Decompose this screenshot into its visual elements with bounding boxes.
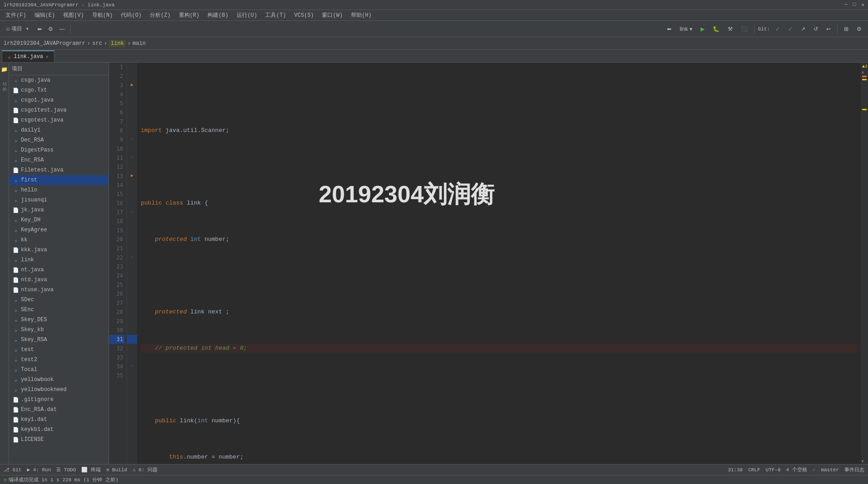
git-status[interactable]: ⎇ Git <box>4 467 21 473</box>
menu-navigate[interactable]: 导航(N) <box>89 10 117 20</box>
java-icon: ☕ <box>13 177 19 183</box>
git-tick-btn[interactable]: ✓ <box>785 23 795 35</box>
sidebar-item-filetest-java[interactable]: 📄 Filetest.java <box>9 165 108 175</box>
sidebar-item-kkk-java[interactable]: 📄 kkk.java <box>9 245 108 255</box>
sidebar-item-csgo-java[interactable]: ☕ csgo.java <box>9 75 108 85</box>
sidebar-item-csgo1-java[interactable]: ☕ csgo1.java <box>9 95 108 105</box>
problems-status[interactable]: ⚠ 6: 问题 <box>133 466 158 473</box>
maximize-btn[interactable]: □ <box>853 2 856 8</box>
sidebar-item-csgotest-java[interactable]: 📄 csgotest.java <box>9 115 108 125</box>
tab-close-btn[interactable]: ✕ <box>46 54 49 59</box>
sidebar-item-sdec[interactable]: ☕ SDec <box>9 295 108 305</box>
todo-status[interactable]: ☰ TODO <box>56 467 76 473</box>
java-icon: ☕ <box>13 257 19 263</box>
sidebar-item-csgo-txt[interactable]: 📄 csgo.Txt <box>9 85 108 95</box>
sidebar-item-digestpass[interactable]: ☕ DigestPass <box>9 145 108 155</box>
run-status[interactable]: ▶ 4: Run <box>27 467 51 473</box>
menu-edit[interactable]: 编辑(E) <box>31 10 59 20</box>
toolbar-layout-btn[interactable]: ⊞ <box>841 23 851 35</box>
sidebar-item-test[interactable]: ☕ test <box>9 345 108 355</box>
toolbar-arrow-btn[interactable]: ⬅ <box>664 23 674 35</box>
java-icon: ☕ <box>13 367 19 373</box>
sidebar-item-csgo1test-java[interactable]: 📄 csgo1test.java <box>9 105 108 115</box>
sidebar-item-yellowbookneed[interactable]: ☕ yellowbookneed <box>9 385 108 395</box>
menu-tools[interactable]: 工具(T) <box>261 10 290 20</box>
toolbar-btn-2[interactable]: ⚙ <box>45 23 56 35</box>
branch[interactable]: master <box>821 467 839 473</box>
tab-link-java[interactable]: ☕ link.java ✕ <box>2 50 54 62</box>
git-refresh-btn[interactable]: ↺ <box>811 23 821 35</box>
toolbar-branch-btn[interactable]: link ▾ <box>677 23 695 35</box>
toolbar-build-btn[interactable]: ⚒ <box>725 23 735 35</box>
sidebar-item-keykb1-dat[interactable]: 📄 keykb1.dat <box>9 425 108 435</box>
editor-area[interactable]: 1 2 3 4 5 6 7 8 9 10 11 12 13 14 15 16 1… <box>109 63 868 464</box>
close-btn[interactable]: ✕ <box>861 2 864 8</box>
encoding[interactable]: UTF-8 <box>766 467 781 473</box>
toolbar-stop-btn[interactable]: ⬛ <box>738 23 750 35</box>
sidebar-item-senc[interactable]: ☕ SEnc <box>9 305 108 315</box>
git-checkmark-btn[interactable]: ✓ <box>773 23 783 35</box>
sidebar-item-key1-dat[interactable]: 📄 key1.dat <box>9 415 108 425</box>
sidebar-item-daily1[interactable]: ☕ daily1 <box>9 125 108 135</box>
terminal-status[interactable]: ⬜ 终端 <box>81 466 101 473</box>
left-icon-1[interactable]: 📁 <box>1 66 8 73</box>
indent[interactable]: 4 个空格 <box>786 466 807 473</box>
gutter-21 <box>127 244 137 253</box>
menu-file[interactable]: 文件(F) <box>2 10 30 20</box>
menu-code[interactable]: 代码(O) <box>117 10 145 20</box>
sidebar-item-enc-rsa-dat[interactable]: 📄 Enc_RSA.dat <box>9 405 108 415</box>
crlf[interactable]: CRLF <box>748 467 760 473</box>
sidebar-item-test2[interactable]: ☕ test2 <box>9 355 108 365</box>
line-14: 14 <box>109 181 125 190</box>
sidebar-item-tocal[interactable]: ☕ Tocal <box>9 365 108 375</box>
toolbar-debug-btn[interactable]: 🐛 <box>710 23 722 35</box>
sidebar-item-ntuse-java[interactable]: 📄 ntuse.java <box>9 285 108 295</box>
code-content[interactable]: 20192304刘润衡 import java.util.Scanner; pu… <box>137 63 861 464</box>
scroll-up-btn[interactable]: ∧ <box>862 70 867 74</box>
menu-analyze[interactable]: 分析(Z) <box>146 10 174 20</box>
java-icon: ☕ <box>13 137 19 143</box>
menu-build[interactable]: 构建(B) <box>204 10 232 20</box>
menu-help[interactable]: 帮助(H) <box>347 10 375 20</box>
sidebar-item-gitignore[interactable]: 📄 .gitignore <box>9 395 108 405</box>
toolbar-settings-btn[interactable]: ⚙ <box>854 23 864 35</box>
event-log[interactable]: 事件日志 <box>844 466 864 473</box>
gutter-6 <box>127 108 137 117</box>
menu-vcs[interactable]: VCS(S) <box>291 11 317 20</box>
sidebar-item-enc-rsa[interactable]: ☕ Enc_RSA <box>9 155 108 165</box>
sidebar-item-skey-rsa[interactable]: ☕ Skey_RSA <box>9 335 108 345</box>
sidebar-item-jk-java[interactable]: 📄 jk.java <box>9 205 108 215</box>
sidebar-item-link[interactable]: ☕ link <box>9 255 108 265</box>
checkmark: ✓ <box>813 467 816 473</box>
sidebar-item-first[interactable]: ☕ first <box>9 175 108 185</box>
scroll-down-btn[interactable]: ∨ <box>862 459 867 463</box>
sidebar-item-jisuanqi[interactable]: ☕ jisuanqi <box>9 195 108 205</box>
menu-view[interactable]: 视图(V) <box>59 10 88 20</box>
sidebar-item-ntd-java[interactable]: 📄 ntd.java <box>9 275 108 285</box>
menu-window[interactable]: 窗口(W) <box>318 10 346 20</box>
toolbar-btn-1[interactable]: ⬅ <box>35 23 44 35</box>
sidebar-item-hello[interactable]: ☕ hello <box>9 185 108 195</box>
sidebar-item-license[interactable]: 📄 LICENSE <box>9 435 108 445</box>
sidebar-item-yellowbook[interactable]: ☕ yellowbook <box>9 375 108 385</box>
build-status[interactable]: ⚒ Build <box>106 467 127 473</box>
toolbar-run-btn[interactable]: ▶ <box>698 23 707 35</box>
code-line-10: this.number = number; <box>141 453 857 462</box>
sidebar-item-dec-rsa[interactable]: ☕ Dec_RSA <box>9 135 108 145</box>
menu-refactor[interactable]: 重构(R) <box>175 10 203 20</box>
java-icon: ☕ <box>13 217 19 223</box>
sidebar-item-skey-kb[interactable]: ☕ Skey_kb <box>9 325 108 335</box>
win-controls[interactable]: ─ □ ✕ <box>844 2 864 8</box>
sidebar-item-keyagree[interactable]: ☕ KeyAgree <box>9 225 108 235</box>
sidebar-item-nt-java[interactable]: 📄 nt.java <box>9 265 108 275</box>
git-arrow-btn[interactable]: ↗ <box>798 23 808 35</box>
menu-run[interactable]: 运行(U) <box>233 10 261 20</box>
minimize-btn[interactable]: ─ <box>844 2 848 8</box>
sidebar-item-key-dh[interactable]: ☕ Key_DH <box>9 215 108 225</box>
gutter-icons: ▶ ○ ○ ▶ ○ ○ <box>127 63 137 464</box>
sidebar-item-skey-des[interactable]: ☕ Skey_DES <box>9 315 108 325</box>
toolbar-btn-3[interactable]: — <box>57 23 68 35</box>
git-undo-btn[interactable]: ↩ <box>824 23 833 35</box>
sidebar-item-kk[interactable]: ☕ kk <box>9 235 108 245</box>
project-label[interactable]: ☑ 项目 ▾ <box>4 24 32 34</box>
